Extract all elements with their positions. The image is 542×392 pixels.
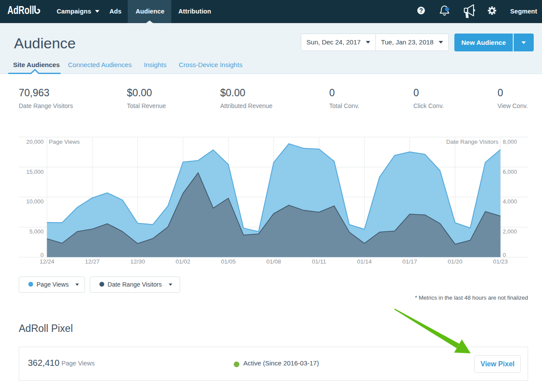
svg-text:01/08: 01/08 — [266, 258, 281, 265]
svg-text:8,000: 8,000 — [503, 139, 517, 145]
svg-text:Page Views: Page Views — [49, 139, 80, 145]
svg-text:01/14: 01/14 — [357, 258, 372, 265]
svg-text:6,000: 6,000 — [503, 169, 517, 175]
svg-text:20,000: 20,000 — [26, 139, 44, 145]
svg-text:5,000: 5,000 — [29, 228, 44, 235]
svg-text:01/17: 01/17 — [402, 258, 417, 265]
svg-text:4,000: 4,000 — [503, 198, 517, 205]
svg-text:01/11: 01/11 — [312, 258, 326, 265]
svg-text:0: 0 — [41, 252, 44, 258]
svg-text:12/27: 12/27 — [85, 258, 100, 265]
svg-text:2,000: 2,000 — [503, 228, 517, 235]
svg-text:12/30: 12/30 — [130, 258, 145, 265]
svg-text:01/02: 01/02 — [176, 258, 191, 265]
svg-text:10,000: 10,000 — [26, 198, 44, 205]
svg-text:01/20: 01/20 — [448, 258, 463, 265]
svg-text:12/24: 12/24 — [40, 258, 55, 265]
svg-text:Date Range Visitors: Date Range Visitors — [446, 139, 498, 145]
svg-text:15,000: 15,000 — [26, 169, 44, 175]
svg-text:01/23: 01/23 — [493, 258, 508, 265]
svg-text:01/05: 01/05 — [221, 258, 236, 265]
svg-text:0: 0 — [503, 252, 506, 258]
